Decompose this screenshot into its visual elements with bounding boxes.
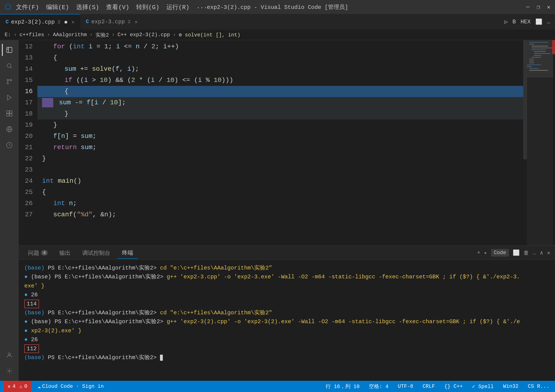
svg-point-1 xyxy=(7,64,11,67)
more-actions-icon[interactable]: … xyxy=(547,19,550,25)
output-value-114: 114 xyxy=(24,299,39,308)
tab-output[interactable]: 输出 xyxy=(55,247,75,258)
breadcrumb-drive[interactable]: E: xyxy=(5,32,11,38)
terminal-line-2: ● (base) PS E:\c++files\AAalgorithm\实验2>… xyxy=(24,272,549,281)
tab-problems-label: 问题 xyxy=(28,249,39,257)
menu-more[interactable]: ... xyxy=(197,3,207,11)
tab-debug-console[interactable]: 调试控制台 xyxy=(78,247,115,258)
breadcrumb-folder3[interactable]: 实验2 xyxy=(95,31,109,38)
code-line-20: f[n] = sum; xyxy=(37,131,527,142)
terminal-line-4: 114 xyxy=(24,299,549,308)
activity-run-debug[interactable] xyxy=(2,90,17,105)
statusbar-right: 行 16，列 10 空格: 4 UTF-8 CRLF {} C++ ✓ Spel… xyxy=(324,381,551,392)
titlebar-menu: 文件(F) 编辑(E) 选择(S) 查看(V) 转到(G) 运行(R) ... xyxy=(16,3,207,11)
menu-edit[interactable]: 编辑(E) xyxy=(46,3,69,11)
tab-exp2-3-2[interactable]: C exp2-3(2).cpp 2 ✕ xyxy=(0,14,80,30)
code-line-24: int main() xyxy=(37,175,527,187)
cloud-code-status[interactable]: ☁ Cloud Code · Sign in xyxy=(36,381,106,392)
run-icon[interactable]: ▷ xyxy=(504,18,508,25)
cursor-blink xyxy=(160,355,163,361)
activity-timeline[interactable] xyxy=(2,138,17,153)
panel-collapse-up[interactable]: ∧ xyxy=(540,249,543,256)
tab-terminal-label: 终端 xyxy=(122,249,133,257)
cursor-position[interactable]: 行 16，列 10 xyxy=(324,381,361,392)
code-line-25: { xyxy=(37,187,527,198)
tab-close-2[interactable]: ✕ xyxy=(135,19,138,25)
activity-extensions[interactable] xyxy=(2,106,17,121)
tab-modified-dot-1 xyxy=(65,21,67,24)
extra-info[interactable]: CS R... xyxy=(526,381,551,392)
breadcrumb-file[interactable]: C++ exp2-3(2).cpp xyxy=(117,32,170,38)
titlebar: ⬡ 文件(F) 编辑(E) 选择(S) 查看(V) 转到(G) 运行(R) ..… xyxy=(0,0,555,14)
menu-run[interactable]: 运行(R) xyxy=(166,3,190,11)
svg-rect-9 xyxy=(10,114,12,116)
code-line-14: sum += solve(f, i); xyxy=(37,64,527,75)
activity-source-control[interactable] xyxy=(2,74,17,89)
error-count: 4 xyxy=(12,384,15,389)
problems-badge: 4 xyxy=(41,250,48,256)
terminal-line-5: (base) PS E:\c++files\AAalgorithm\实验2> c… xyxy=(24,308,549,317)
activity-explorer[interactable] xyxy=(2,43,17,57)
svg-rect-0 xyxy=(7,47,12,53)
window-title: exp2-3(2).cpp - Visual Studio Code [管理员] xyxy=(207,3,348,11)
menu-file[interactable]: 文件(F) xyxy=(16,3,39,11)
code-line-12: for (int i = 1; i <= n / 2; i++) xyxy=(37,41,527,52)
minimize-button[interactable]: ─ xyxy=(526,4,530,10)
activity-settings[interactable] xyxy=(2,363,17,378)
encoding[interactable]: UTF-8 xyxy=(396,381,415,392)
layout-icon[interactable]: ⬜ xyxy=(535,18,542,25)
tab-problems[interactable]: 问题 4 xyxy=(23,247,52,258)
breadcrumb-folder2[interactable]: AAalgorithm xyxy=(53,32,87,38)
output-value-112: 112 xyxy=(24,344,39,353)
menu-view[interactable]: 查看(V) xyxy=(106,3,129,11)
panel-more-icon[interactable]: … xyxy=(533,250,536,256)
spell-check[interactable]: ✓ Spell xyxy=(470,381,496,392)
code-button[interactable]: Code xyxy=(491,249,509,257)
activity-accounts[interactable] xyxy=(2,348,17,363)
new-terminal-icon[interactable]: + xyxy=(477,250,480,256)
svg-rect-22 xyxy=(529,59,534,59)
menu-select[interactable]: 选择(S) xyxy=(76,3,99,11)
tab-terminal[interactable]: 终端 xyxy=(117,247,138,259)
code-line-15: if ((i > 10) && (2 * (i / 10) <= (i % 10… xyxy=(37,75,527,86)
terminal-line-6: ● (base) PS E:\c++files\AAalgorithm\实验2>… xyxy=(24,317,549,326)
split-terminal-icon[interactable]: ⬜ xyxy=(513,249,520,256)
language-text: {} C++ xyxy=(444,384,463,389)
kill-terminal-icon[interactable]: 🗑 xyxy=(524,249,529,256)
svg-point-12 xyxy=(9,370,10,372)
tab-output-label: 输出 xyxy=(59,249,71,257)
hex-label[interactable]: HEX xyxy=(520,19,531,25)
errors-warnings[interactable]: ✕ 4 ⚠ 0 xyxy=(4,381,31,392)
code-line-23 xyxy=(37,164,527,175)
svg-point-3 xyxy=(7,83,9,84)
os-info[interactable]: Win32 xyxy=(501,381,520,392)
vscode-logo-title: ⬡ xyxy=(5,2,11,12)
tab-close-1[interactable]: ✕ xyxy=(72,19,74,25)
svg-rect-19 xyxy=(534,53,550,54)
activity-search[interactable] xyxy=(2,58,17,73)
maximize-button[interactable]: ❐ xyxy=(537,4,540,10)
terminal-content[interactable]: (base) PS E:\c++files\AAalgorithm\实验2> c… xyxy=(19,260,555,381)
activity-remote[interactable] xyxy=(2,122,17,137)
svg-rect-13 xyxy=(529,42,548,43)
run-task-icon[interactable]: ▸ xyxy=(484,250,487,256)
svg-rect-14 xyxy=(529,44,534,45)
panel-close-icon[interactable]: ✕ xyxy=(547,249,550,256)
activity-bar xyxy=(0,40,19,381)
breadcrumb-folder1[interactable]: c++files xyxy=(20,32,44,38)
code-line-22: } xyxy=(37,153,527,164)
breadcrumb-symbol[interactable]: ⚙ solve(int [], int) xyxy=(179,32,240,38)
language-mode[interactable]: {} C++ xyxy=(442,381,465,392)
spaces-text: 空格: 4 xyxy=(369,383,388,390)
svg-rect-28 xyxy=(529,70,548,71)
window-controls: ─ ❐ ✕ xyxy=(526,4,550,10)
menu-goto[interactable]: 转到(G) xyxy=(136,3,159,11)
indentation[interactable]: 空格: 4 xyxy=(367,381,390,392)
svg-rect-20 xyxy=(534,55,541,56)
svg-point-11 xyxy=(8,353,10,355)
line-ending[interactable]: CRLF xyxy=(421,381,437,392)
svg-rect-6 xyxy=(7,111,9,113)
tab-exp2-3[interactable]: C exp2-3.cpp 2 ✕ xyxy=(80,14,143,30)
close-button[interactable]: ✕ xyxy=(547,4,550,10)
split-editor-icon[interactable]: B xyxy=(512,19,516,25)
